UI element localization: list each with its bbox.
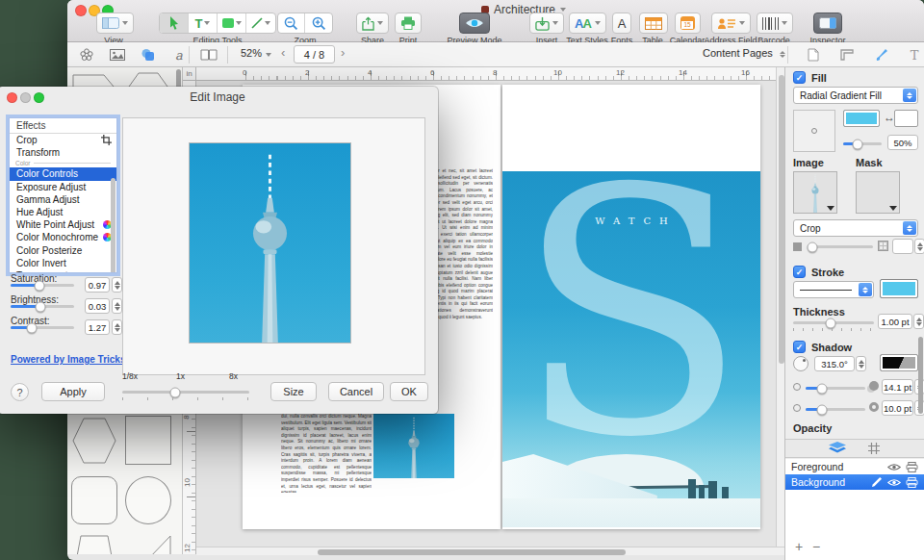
effect-item-exposure-adjust[interactable]: Exposure Adjust <box>10 181 116 193</box>
shape-item-polyline[interactable] <box>123 67 171 87</box>
zoom-in-button[interactable] <box>305 13 332 33</box>
brightness-stepper[interactable] <box>112 298 122 314</box>
shadow-offset-field[interactable]: 14.1 pt <box>882 379 913 395</box>
grid-tab-icon[interactable] <box>867 442 881 455</box>
gradient-color-end-swatch[interactable] <box>894 110 918 127</box>
stroke-checkbox[interactable]: ✓ <box>793 266 806 278</box>
effects-list[interactable]: Effects Crop Transform Color Color Contr… <box>9 117 117 273</box>
stroke-color-swatch[interactable] <box>880 279 918 298</box>
text-styles-button[interactable]: A A <box>569 13 606 34</box>
address-field-button[interactable] <box>711 13 751 34</box>
clipart-library-button[interactable] <box>77 46 96 64</box>
ruler-unit[interactable]: in <box>183 67 196 81</box>
shadow-angle-stepper[interactable] <box>856 356 866 371</box>
saturation-slider[interactable] <box>11 284 74 287</box>
image-well[interactable] <box>793 171 837 214</box>
preview-tower-photo[interactable] <box>190 143 350 343</box>
crop-scale-slider[interactable] <box>808 245 873 248</box>
remove-layer-button[interactable]: − <box>812 539 820 554</box>
thickness-stepper[interactable] <box>913 314 924 329</box>
edit-pencil-icon[interactable] <box>871 476 883 488</box>
body-text-column[interactable]: dui, nulla convallis orci dictum neque. … <box>281 414 372 493</box>
shadow-angle-field[interactable]: 315.0° <box>814 356 855 371</box>
table-button[interactable] <box>639 13 668 34</box>
inspector-button[interactable] <box>813 13 842 34</box>
text-tool-button[interactable]: T <box>189 13 218 33</box>
gradient-radius-slider[interactable] <box>843 142 882 145</box>
preview-zoom-slider[interactable] <box>122 391 249 394</box>
inspector-scrollbar[interactable] <box>918 337 923 414</box>
shapes-library-button[interactable] <box>139 46 158 64</box>
shape-tool-button[interactable] <box>218 13 246 33</box>
calendar-button[interactable]: 15 <box>675 13 701 34</box>
share-button[interactable] <box>356 13 389 34</box>
shadow-blur-slider[interactable] <box>806 408 865 411</box>
gradient-editor[interactable] <box>793 110 835 152</box>
layer-row-foreground[interactable]: Foreground <box>785 459 924 474</box>
shape-item-square[interactable] <box>125 416 171 465</box>
effect-item-gamma-adjust[interactable]: Gamma Adjust <box>10 193 116 206</box>
shadow-checkbox[interactable]: ✓ <box>793 341 806 353</box>
effect-item-transform[interactable]: Transform <box>10 146 116 159</box>
shadow-color-swatch[interactable] <box>880 354 918 371</box>
ok-button[interactable]: OK <box>390 382 428 401</box>
shadow-angle-knob[interactable] <box>793 356 808 371</box>
shape-item-circle[interactable] <box>125 476 171 524</box>
contrast-field[interactable]: 1.27 <box>85 319 110 335</box>
zoom-level-select[interactable]: 52% <box>241 47 271 59</box>
help-button[interactable]: ? <box>11 383 29 401</box>
effect-item-color-monochrome[interactable]: Color Monochrome <box>10 231 116 243</box>
thickness-slider[interactable] <box>793 321 874 324</box>
insert-button[interactable] <box>529 13 564 34</box>
image-well-dropdown-icon[interactable] <box>827 206 834 211</box>
contrast-slider[interactable] <box>11 326 74 329</box>
fill-opacity-field[interactable]: 50% <box>887 135 918 150</box>
shape-item-hexagon[interactable] <box>72 417 116 465</box>
title-chevron-icon[interactable] <box>560 8 566 12</box>
zoom-out-button[interactable] <box>278 13 305 33</box>
horizontal-scrollbar[interactable] <box>196 547 784 555</box>
gradient-center-handle[interactable] <box>811 128 817 134</box>
effect-item-crop[interactable]: Crop <box>10 134 116 146</box>
crop-mode-select[interactable]: Crop <box>793 219 918 237</box>
crop-scale-field[interactable] <box>892 239 913 254</box>
contrast-stepper[interactable] <box>112 319 122 335</box>
mask-well-dropdown-icon[interactable] <box>889 206 897 211</box>
effect-item-color-posterize[interactable]: Color Posterize <box>10 244 116 257</box>
gradient-color-start-swatch[interactable] <box>843 110 880 127</box>
pages-mode-select[interactable]: Content Pages <box>703 47 785 59</box>
page-right[interactable]: S WATCH <box>502 85 760 529</box>
vertical-scrollbar[interactable] <box>776 67 784 547</box>
shadow-offset-slider[interactable] <box>806 387 865 390</box>
apply-button[interactable]: Apply <box>41 382 105 401</box>
shape-item-rounded-square[interactable] <box>71 476 117 524</box>
effect-item-hue-adjust[interactable]: Hue Adjust <box>10 206 116 218</box>
view-button[interactable] <box>96 13 134 34</box>
brightness-slider[interactable] <box>11 305 74 308</box>
mask-well[interactable] <box>856 171 900 214</box>
pointer-tool-button[interactable] <box>160 13 189 33</box>
cover-photo[interactable]: S WATCH <box>502 171 760 527</box>
effects-scrollbar[interactable] <box>111 178 116 273</box>
preview-mode-button[interactable] <box>459 13 490 34</box>
page-number-field[interactable]: 4 / 8 <box>294 45 335 64</box>
scrollbar-thumb[interactable] <box>779 75 784 364</box>
previous-page-button[interactable]: ‹ <box>281 45 285 60</box>
size-button[interactable]: Size <box>270 382 317 401</box>
powered-by-link[interactable]: Powered by Image Tricks <box>11 354 126 365</box>
barcode-button[interactable] <box>757 13 793 34</box>
shape-item-polyline[interactable] <box>71 67 119 87</box>
inspector-tab-text[interactable]: T <box>906 46 923 64</box>
crop-scale-stepper[interactable] <box>914 239 924 254</box>
fill-type-select[interactable]: Radial Gradient Fill <box>793 87 918 104</box>
layers-tab-icon[interactable] <box>829 442 846 455</box>
close-button[interactable] <box>75 5 87 16</box>
image-library-button[interactable] <box>108 46 127 64</box>
shadow-blur-field[interactable]: 10.0 pt <box>882 400 913 416</box>
inspector-tab-geometry[interactable] <box>838 46 856 64</box>
placed-tower-photo[interactable] <box>373 414 454 478</box>
printable-icon[interactable] <box>906 477 918 488</box>
add-layer-button[interactable]: + <box>795 539 803 554</box>
text-library-button[interactable]: a <box>169 46 189 64</box>
layer-row-background[interactable]: Background <box>785 474 924 490</box>
